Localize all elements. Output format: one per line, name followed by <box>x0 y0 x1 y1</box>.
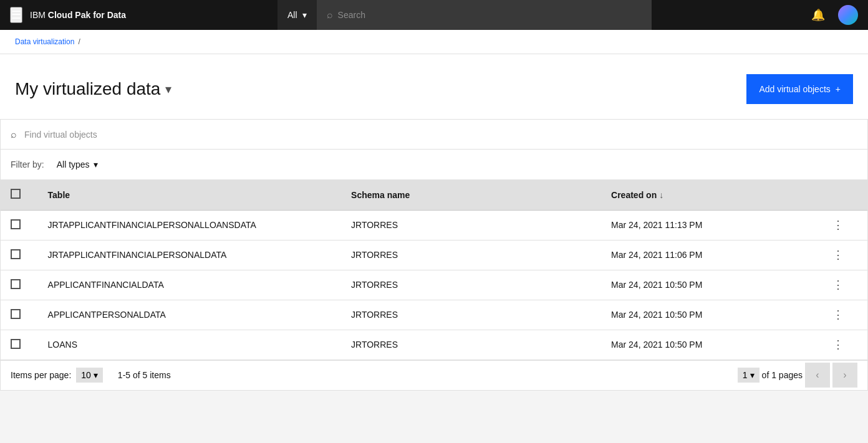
row-table-name: APPLICANTFINANCIALDATA <box>38 270 342 300</box>
row-actions-cell: ⋮ <box>818 210 867 240</box>
breadcrumb-separator: / <box>78 37 80 46</box>
chevron-left-icon: ‹ <box>816 369 819 381</box>
table-row: JRTAPPLICANTFINANCIALPERSONALLOANSDATA J… <box>1 210 867 240</box>
row-overflow-menu-button[interactable]: ⋮ <box>828 335 848 355</box>
row-schema-name: JRTORRES <box>341 270 601 300</box>
row-schema-name: JRTORRES <box>341 210 601 240</box>
items-count-text: 1-5 of 5 items <box>118 370 171 380</box>
page-title: My virtualized data ▾ <box>15 79 171 99</box>
row-table-name: JRTAPPLICANTFINANCIALPERSONALLOANSDATA <box>38 210 342 240</box>
row-actions-cell: ⋮ <box>818 240 867 270</box>
table-row: LOANS JRTORRES Mar 24, 2021 10:50 PM ⋮ <box>1 330 867 360</box>
chevron-down-icon: ▾ <box>302 10 307 20</box>
find-virtual-objects-input[interactable] <box>24 130 857 140</box>
top-right-actions: 🔔 <box>803 0 858 30</box>
page-header: My virtualized data ▾ Add virtual object… <box>0 54 868 120</box>
row-checkbox[interactable] <box>11 309 21 319</box>
row-overflow-menu-button[interactable]: ⋮ <box>828 275 848 295</box>
row-actions-cell: ⋮ <box>818 300 867 330</box>
row-checkbox[interactable] <box>11 249 21 259</box>
find-search-icon: ⌕ <box>11 129 17 140</box>
pagination-left: Items per page: 10 ▾ 1-5 of 5 items <box>11 368 171 383</box>
items-per-page-dropdown[interactable]: 10 ▾ <box>76 368 103 383</box>
table-row: APPLICANTFINANCIALDATA JRTORRES Mar 24, … <box>1 270 867 300</box>
row-created-on: Mar 24, 2021 11:06 PM <box>601 240 818 270</box>
breadcrumb: Data virtualization / <box>0 30 868 54</box>
row-actions-cell: ⋮ <box>818 330 867 360</box>
row-created-on: Mar 24, 2021 10:50 PM <box>601 270 818 300</box>
row-schema-name: JRTORRES <box>341 300 601 330</box>
search-icon: ⌕ <box>327 9 333 21</box>
row-actions-cell: ⋮ <box>818 270 867 300</box>
row-checkbox-cell <box>1 240 38 270</box>
select-all-header <box>1 180 38 210</box>
current-page-dropdown[interactable]: 1 ▾ <box>738 368 760 383</box>
row-checkbox-cell <box>1 270 38 300</box>
row-overflow-menu-button[interactable]: ⋮ <box>828 215 848 235</box>
pagination-bar: Items per page: 10 ▾ 1-5 of 5 items 1 ▾ … <box>1 360 867 390</box>
column-header-table: Table <box>38 180 342 210</box>
search-scope-dropdown[interactable]: All ▾ <box>277 0 317 30</box>
virtual-objects-search-bar: ⌕ <box>1 120 867 150</box>
search-input[interactable] <box>338 10 642 20</box>
row-table-name: APPLICANTPERSONALDATA <box>38 300 342 330</box>
hamburger-menu-button[interactable]: ☰ <box>10 7 22 23</box>
row-checkbox-cell <box>1 210 38 240</box>
chevron-right-icon: › <box>843 369 846 381</box>
top-search-container: All ▾ ⌕ <box>277 0 652 30</box>
top-navigation: ☰ IBM Cloud Pak for Data All ▾ ⌕ 🔔 <box>0 0 868 30</box>
page-select-chevron-icon: ▾ <box>750 370 755 380</box>
virtual-objects-table: Table Schema name Created on ↓ JRTAPPLIC… <box>1 180 867 360</box>
breadcrumb-link-data-virtualization[interactable]: Data virtualization <box>15 37 74 46</box>
column-header-created[interactable]: Created on ↓ <box>601 180 818 210</box>
column-header-actions <box>818 180 867 210</box>
previous-page-button[interactable]: ‹ <box>805 363 830 388</box>
title-chevron-icon[interactable]: ▾ <box>165 82 171 97</box>
items-per-page-chevron-icon: ▾ <box>94 370 98 380</box>
row-table-name: JRTAPPLICANTFINANCIALPERSONALDATA <box>38 240 342 270</box>
row-created-on: Mar 24, 2021 11:13 PM <box>601 210 818 240</box>
table-row: APPLICANTPERSONALDATA JRTORRES Mar 24, 2… <box>1 300 867 330</box>
row-table-name: LOANS <box>38 330 342 360</box>
row-schema-name: JRTORRES <box>341 330 601 360</box>
row-checkbox[interactable] <box>11 339 21 349</box>
search-box: ⌕ <box>317 0 652 30</box>
items-per-page-label: Items per page: <box>11 370 71 380</box>
row-created-on: Mar 24, 2021 10:50 PM <box>601 330 818 360</box>
hamburger-icon: ☰ <box>11 9 21 21</box>
table-section: ⌕ Filter by: All types ▾ Table Schema na… <box>0 120 868 391</box>
notification-button[interactable]: 🔔 <box>803 0 833 30</box>
table-row: JRTAPPLICANTFINANCIALPERSONALDATA JRTORR… <box>1 240 867 270</box>
column-header-schema: Schema name <box>341 180 601 210</box>
brand-logo: IBM Cloud Pak for Data <box>30 10 126 20</box>
sort-icon: ↓ <box>659 190 663 200</box>
filter-type-dropdown[interactable]: All types ▾ <box>52 157 103 172</box>
row-overflow-menu-button[interactable]: ⋮ <box>828 245 848 265</box>
pagination-right: 1 ▾ of 1 pages ‹ › <box>738 363 857 388</box>
filter-chevron-icon: ▾ <box>94 160 98 169</box>
table-header-row: Table Schema name Created on ↓ <box>1 180 867 210</box>
row-checkbox-cell <box>1 330 38 360</box>
user-avatar[interactable] <box>838 5 858 25</box>
select-all-checkbox[interactable] <box>11 189 21 199</box>
next-page-button[interactable]: › <box>832 363 857 388</box>
row-checkbox[interactable] <box>11 279 21 289</box>
filter-row: Filter by: All types ▾ <box>1 150 867 180</box>
row-created-on: Mar 24, 2021 10:50 PM <box>601 300 818 330</box>
row-checkbox-cell <box>1 300 38 330</box>
row-checkbox[interactable] <box>11 219 21 229</box>
row-overflow-menu-button[interactable]: ⋮ <box>828 305 848 325</box>
add-virtual-objects-button[interactable]: Add virtual objects + <box>746 74 853 104</box>
notification-bell-icon: 🔔 <box>811 8 825 22</box>
row-schema-name: JRTORRES <box>341 240 601 270</box>
filter-by-label: Filter by: <box>11 160 44 169</box>
of-pages-text: of 1 pages <box>762 370 803 380</box>
plus-icon: + <box>836 84 841 94</box>
